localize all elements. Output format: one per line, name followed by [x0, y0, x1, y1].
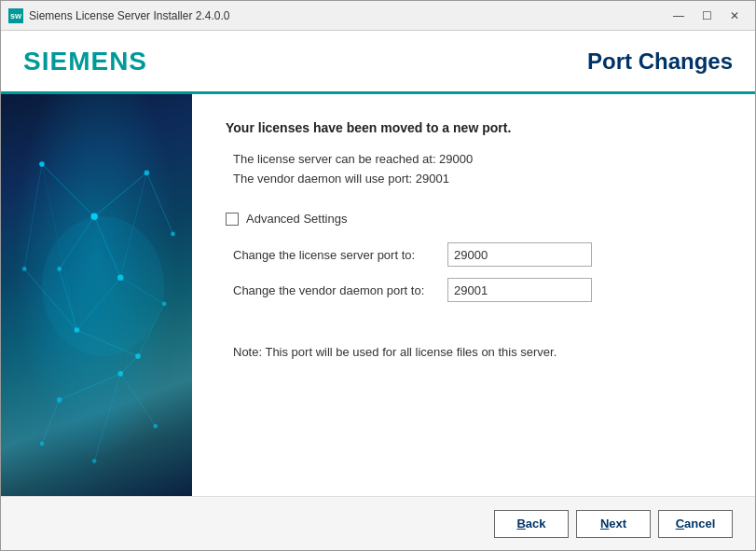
- advanced-section: Advanced Settings Change the license ser…: [226, 212, 722, 313]
- back-button[interactable]: Back: [494, 510, 569, 538]
- svg-line-17: [42, 400, 60, 444]
- svg-line-1: [94, 172, 146, 216]
- main-message: Your licenses have been moved to a new p…: [226, 120, 722, 135]
- svg-point-31: [153, 424, 158, 429]
- svg-point-27: [22, 267, 27, 271]
- server-port-row: Change the license server port to:: [233, 242, 722, 267]
- svg-point-34: [42, 216, 164, 356]
- server-port-input[interactable]: [447, 242, 592, 267]
- footer: Back Next Cancel: [1, 496, 755, 550]
- next-button[interactable]: Next: [576, 510, 651, 538]
- minimize-button[interactable]: —: [666, 6, 692, 26]
- main-area: Your licenses have been moved to a new p…: [1, 94, 755, 496]
- svg-line-0: [42, 164, 94, 216]
- advanced-settings-checkbox[interactable]: [226, 213, 239, 226]
- svg-line-12: [24, 164, 42, 269]
- svg-point-32: [40, 441, 45, 446]
- svg-point-25: [135, 353, 141, 359]
- svg-point-26: [162, 302, 167, 307]
- svg-point-19: [39, 161, 45, 167]
- siemens-logo: SIEMENS: [23, 47, 147, 76]
- svg-point-33: [92, 459, 97, 463]
- svg-point-21: [144, 171, 150, 176]
- maximize-button[interactable]: ☐: [694, 6, 720, 26]
- cancel-button[interactable]: Cancel: [658, 510, 733, 538]
- advanced-settings-row: Advanced Settings: [226, 212, 722, 226]
- content-panel: Your licenses have been moved to a new p…: [192, 94, 755, 496]
- svg-line-18: [94, 374, 120, 461]
- svg-point-29: [57, 397, 62, 403]
- svg-line-10: [120, 374, 155, 426]
- title-bar-controls: — ☐ ✕: [666, 6, 748, 26]
- image-panel: [1, 94, 192, 496]
- svg-point-30: [117, 371, 123, 377]
- svg-line-2: [146, 172, 172, 234]
- network-decoration: [1, 94, 192, 496]
- title-bar: sw Siemens License Server Installer 2.4.…: [1, 1, 755, 31]
- app-icon: sw: [8, 8, 23, 23]
- note-text: Note: This port will be used for all lic…: [233, 345, 722, 359]
- svg-line-9: [60, 374, 121, 400]
- daemon-port-label: Change the vendor daemon port to:: [233, 283, 447, 297]
- svg-point-22: [171, 232, 175, 237]
- info-line-server: The license server can be reached at: 29…: [233, 152, 722, 166]
- page-title: Port Changes: [587, 48, 733, 75]
- title-bar-text: Siemens License Server Installer 2.4.0.0: [29, 9, 666, 22]
- daemon-port-row: Change the vendor daemon port to:: [233, 278, 722, 302]
- svg-line-16: [120, 356, 138, 374]
- daemon-port-input[interactable]: [447, 278, 592, 302]
- info-line-daemon: The vendor daemon will use port: 29001: [233, 172, 722, 186]
- advanced-settings-label: Advanced Settings: [246, 212, 347, 226]
- header: SIEMENS Port Changes: [1, 31, 755, 94]
- close-button[interactable]: ✕: [722, 6, 748, 26]
- server-port-label: Change the license server port to:: [233, 248, 447, 262]
